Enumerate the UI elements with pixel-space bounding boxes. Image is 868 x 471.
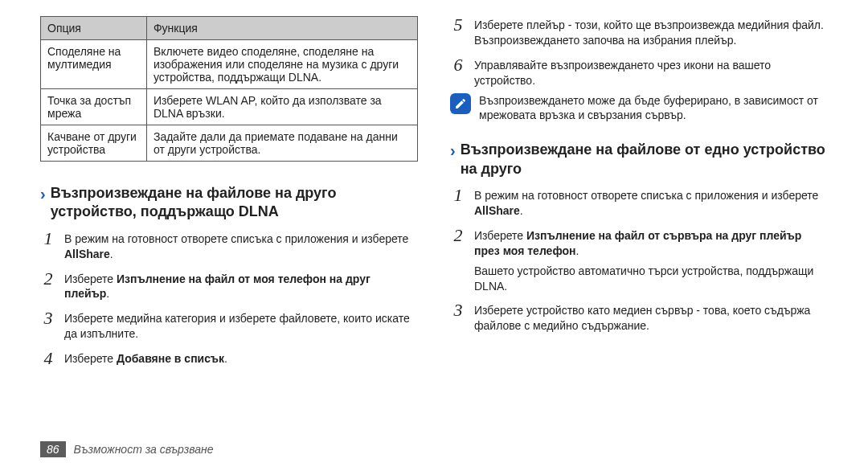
section-title-text: Възпроизвеждане на файлове от едно устро… (461, 141, 828, 178)
left-section-title: › Възпроизвеждане на файлове на друго ус… (40, 184, 418, 222)
th-function: Функция (146, 17, 417, 40)
step: 3 Изберете устройство като медиен сървър… (450, 301, 828, 334)
cell-option: Споделяне на мултимедия (41, 40, 147, 89)
step: 3 Изберете медийна категория и изберете … (40, 309, 418, 342)
left-steps: 1 В режим на готовност отворете списъка … (40, 230, 418, 367)
note-icon (450, 93, 471, 114)
step-text-pre: Изберете устройство като медиен сървър -… (474, 304, 810, 332)
left-column: Опция Функция Споделяне на мултимедия Вк… (40, 16, 418, 427)
step-text-bold: AllShare (64, 248, 110, 260)
step-text-pre: Изберете (64, 352, 117, 365)
th-option: Опция (41, 17, 147, 40)
right-section-title: › Възпроизвеждане на файлове от едно уст… (450, 141, 828, 178)
step-number: 1 (40, 230, 56, 262)
footer-title: Възможност за свързване (74, 443, 214, 456)
page-content: Опция Функция Споделяне на мултимедия Вк… (0, 0, 868, 435)
step-body: Управлявайте възпроизвеждането чрез икон… (474, 56, 828, 88)
right-steps-top: 5 Изберете плейър - този, който ще възпр… (450, 16, 828, 88)
step-text-post: . (575, 244, 579, 257)
cell-function: Задайте дали да приемате подаване на дан… (146, 125, 417, 162)
step-text-bold: Добавяне в списък (117, 352, 224, 365)
chevron-icon: › (450, 141, 456, 160)
cell-function: Изберете WLAN AP, който да използвате за… (146, 89, 417, 125)
step-text-bold: AllShare (474, 204, 520, 217)
step-number: 3 (450, 301, 466, 334)
step-text-post: . (106, 287, 109, 300)
step-body: Изберете Изпълнение на файл от сървъра н… (474, 227, 828, 294)
step-text-post: . (520, 204, 523, 217)
step-text-pre: В режим на готовност отворете списъка с … (64, 232, 408, 245)
step-text-pre: Управлявайте възпроизвеждането чрез икон… (474, 59, 771, 87)
table-row: Точка за достъп мрежа Изберете WLAN AP, … (41, 89, 418, 125)
step: 1 В режим на готовност отворете списъка … (450, 186, 828, 219)
step-text-pre: Изберете (64, 272, 117, 285)
step-number: 4 (40, 350, 56, 367)
step-number: 6 (450, 56, 466, 88)
step: 5 Изберете плейър - този, който ще възпр… (450, 16, 828, 48)
step-body: Изберете Изпълнение на файл от моя телеф… (64, 270, 418, 302)
step-text-pre: Изберете плейър - този, който ще възпрои… (474, 18, 824, 47)
step-number: 3 (40, 309, 56, 342)
step: 2 Изберете Изпълнение на файл от сървъра… (450, 227, 828, 294)
step-text-post: . (224, 352, 227, 365)
note-text: Възпроизвеждането може да бъде буфериран… (479, 93, 828, 124)
cell-option: Качване от други устройства (41, 125, 147, 162)
step-body: В режим на готовност отворете списъка с … (474, 186, 828, 219)
table-row: Качване от други устройства Задайте дали… (41, 125, 418, 162)
page-number: 86 (40, 441, 66, 457)
step-body: Изберете медийна категория и изберете фа… (64, 309, 418, 342)
step-body: Изберете устройство като медиен сървър -… (474, 301, 828, 334)
step: 4 Изберете Добавяне в списък. (40, 350, 418, 367)
step-number: 2 (40, 270, 56, 302)
options-table: Опция Функция Споделяне на мултимедия Вк… (40, 16, 418, 162)
right-steps-bottom: 1 В режим на готовност отворете списъка … (450, 186, 828, 334)
step: 1 В режим на готовност отворете списъка … (40, 230, 418, 262)
step-text-pre: Изберете медийна категория и изберете фа… (64, 312, 410, 340)
step-number: 1 (450, 186, 466, 219)
step-body: Изберете Добавяне в списък. (64, 350, 418, 367)
pencil-icon (454, 97, 467, 110)
step-number: 2 (450, 227, 466, 294)
section-title-text: Възпроизвеждане на файлове на друго устр… (51, 184, 418, 222)
step-number: 5 (450, 16, 466, 48)
note-box: Възпроизвеждането може да бъде буфериран… (450, 93, 828, 124)
step-text-post: . (110, 248, 113, 260)
step: 6 Управлявайте възпроизвеждането чрез ик… (450, 56, 828, 88)
cell-option: Точка за достъп мрежа (41, 89, 147, 125)
cell-function: Включете видео споделяне, споделяне на и… (146, 40, 417, 89)
step-text-pre: Изберете (474, 229, 526, 242)
step-body: В режим на готовност отворете списъка с … (64, 230, 418, 262)
step-text-extra: Вашето устройство автоматично търси устр… (474, 264, 828, 294)
chevron-icon: › (40, 184, 46, 203)
step: 2 Изберете Изпълнение на файл от моя тел… (40, 270, 418, 302)
step-body: Изберете плейър - този, който ще възпрои… (474, 16, 828, 48)
table-row: Споделяне на мултимедия Включете видео с… (41, 40, 418, 89)
step-text-pre: В режим на готовност отворете списъка с … (474, 189, 818, 202)
page-footer: 86 Възможност за свързване (0, 435, 868, 463)
right-column: 5 Изберете плейър - този, който ще възпр… (450, 16, 828, 427)
